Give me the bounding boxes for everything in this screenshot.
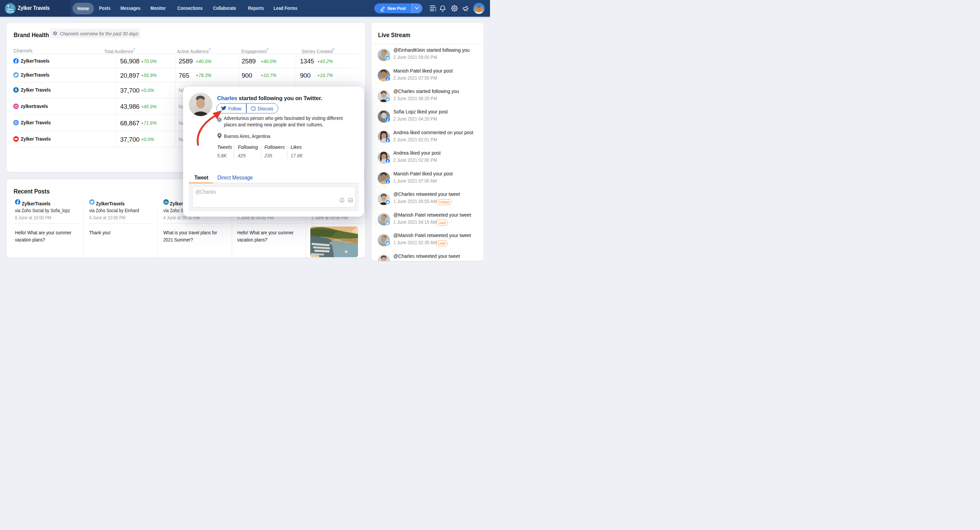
svg-text:Travels: Travels: [6, 10, 14, 13]
svg-text:G: G: [14, 121, 17, 125]
